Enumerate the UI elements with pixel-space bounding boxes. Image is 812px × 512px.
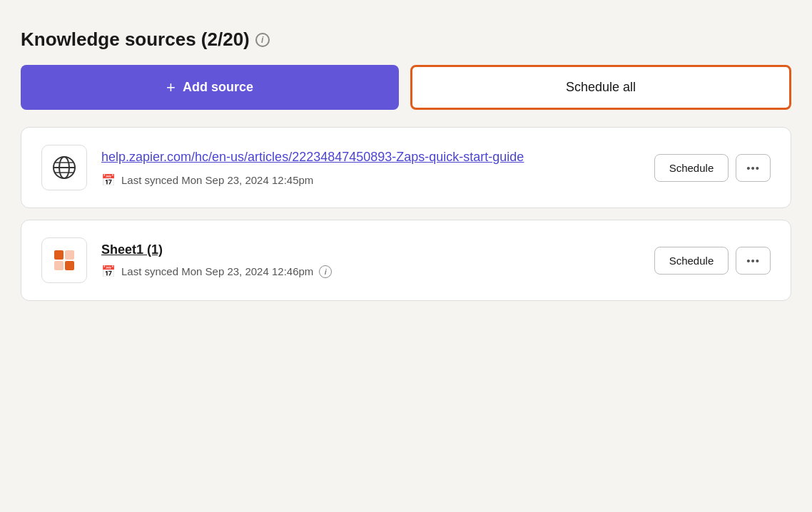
svg-rect-5	[54, 250, 64, 260]
sync-info-1: 📅 Last synced Mon Sep 23, 2024 12:45pm	[101, 173, 640, 187]
svg-rect-8	[65, 261, 74, 270]
plus-icon: +	[166, 80, 176, 96]
sync-text-2: Last synced Mon Sep 23, 2024 12:46pm	[121, 265, 313, 277]
source-info-1: help.zapier.com/hc/en-us/articles/222348…	[101, 148, 640, 187]
globe-icon	[51, 155, 77, 180]
source-actions-2: Schedule •••	[654, 247, 771, 275]
source-title-2[interactable]: Sheet1 (1)	[101, 242, 640, 257]
add-source-label: Add source	[183, 80, 253, 95]
calendar-icon-1: 📅	[101, 173, 116, 187]
more-button-1[interactable]: •••	[736, 154, 771, 182]
schedule-all-label: Schedule all	[566, 80, 636, 95]
source-info-2: Sheet1 (1) 📅 Last synced Mon Sep 23, 202…	[101, 242, 640, 278]
source-card-1: help.zapier.com/hc/en-us/articles/222348…	[21, 127, 791, 208]
source-icon-wrap-2	[41, 237, 87, 283]
source-card-2: Sheet1 (1) 📅 Last synced Mon Sep 23, 202…	[21, 220, 791, 301]
source-icon-wrap-1	[41, 145, 87, 190]
more-button-2[interactable]: •••	[736, 247, 771, 275]
schedule-button-2[interactable]: Schedule	[654, 247, 729, 275]
page-title: Knowledge sources (2/20)	[21, 29, 250, 51]
sync-info-detail-icon[interactable]: i	[319, 265, 332, 278]
source-link-1[interactable]: help.zapier.com/hc/en-us/articles/222348…	[101, 148, 640, 166]
zapier-sheet-icon	[51, 247, 77, 273]
svg-rect-7	[54, 261, 64, 270]
actions-row: + Add source Schedule all	[21, 65, 791, 110]
add-source-button[interactable]: + Add source	[21, 65, 399, 110]
sync-info-2: 📅 Last synced Mon Sep 23, 2024 12:46pm i	[101, 265, 640, 278]
calendar-icon-2: 📅	[101, 265, 116, 278]
sync-text-1: Last synced Mon Sep 23, 2024 12:45pm	[121, 174, 313, 186]
schedule-button-1[interactable]: Schedule	[654, 154, 729, 182]
schedule-all-button[interactable]: Schedule all	[410, 65, 791, 110]
header-row: Knowledge sources (2/20) i	[21, 29, 791, 51]
source-actions-1: Schedule •••	[654, 154, 771, 182]
svg-rect-6	[65, 250, 74, 260]
header-info-icon[interactable]: i	[255, 33, 270, 47]
page-container: Knowledge sources (2/20) i + Add source …	[21, 29, 791, 312]
